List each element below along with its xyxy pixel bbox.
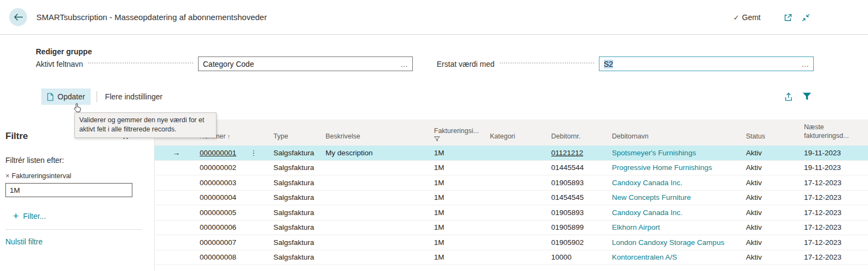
cell-nummer[interactable]: 000000007: [200, 238, 273, 247]
cell-fakturering[interactable]: 1M: [434, 209, 490, 217]
column-header-fakturering[interactable]: Faktureringsi...: [434, 127, 490, 146]
tooltip: Validerer og gemmer den nye værdi for et…: [74, 112, 216, 138]
cell-fakturering[interactable]: 1M: [434, 223, 490, 231]
cell-debitornr[interactable]: 01905893: [551, 209, 612, 217]
table-row[interactable]: →000000001⋮SalgsfakturaMy description1M0…: [155, 146, 868, 161]
cell-status[interactable]: Aktiv: [746, 149, 804, 157]
update-button-label: Opdater: [58, 92, 85, 101]
column-header-naeste[interactable]: Næste faktureringsd...: [804, 123, 868, 146]
cell-status[interactable]: Aktiv: [746, 209, 804, 217]
cell-nummer[interactable]: 000000008: [200, 253, 273, 261]
divider: [5, 229, 142, 230]
cell-type[interactable]: Salgsfaktura: [273, 163, 326, 172]
content: Filtre × Filtrér listen efter: × Fakture…: [0, 119, 868, 271]
cell-naeste[interactable]: 17-12-2023: [804, 223, 868, 231]
cell-debitornr[interactable]: 10000: [551, 253, 612, 261]
cell-status[interactable]: Aktiv: [746, 223, 804, 231]
cell-status[interactable]: Aktiv: [746, 238, 804, 247]
open-in-new-window-icon[interactable]: [783, 13, 793, 22]
reset-filters-link[interactable]: Nulstil filtre: [5, 237, 42, 246]
saved-indicator: ✓ Gemt: [733, 13, 761, 22]
filter-icon[interactable]: [802, 92, 812, 102]
filter-value: 1M: [10, 186, 20, 194]
more-options-button[interactable]: Flere indstillinger: [103, 92, 165, 101]
row-menu-icon[interactable]: ⋮: [250, 149, 257, 157]
cell-naeste[interactable]: 19-11-2023: [804, 163, 868, 172]
add-filter-button[interactable]: + Filter...: [13, 211, 46, 221]
cell-naeste[interactable]: 17-12-2023: [804, 193, 868, 201]
cell-debitornavn[interactable]: Elkhorn Airport: [612, 223, 746, 231]
cell-nummer[interactable]: 000000004: [200, 193, 273, 201]
cell-fakturering[interactable]: 1M: [434, 149, 490, 157]
column-header-debitornr[interactable]: Debitornr.: [551, 133, 612, 146]
assist-edit-icon[interactable]: …: [400, 60, 408, 68]
cell-debitornavn[interactable]: Candoxy Canada Inc.: [612, 209, 746, 217]
cell-fakturering[interactable]: 1M: [434, 193, 490, 201]
cell-debitornr[interactable]: 01121212: [551, 149, 612, 157]
cell-status[interactable]: Aktiv: [746, 163, 804, 172]
cell-nummer[interactable]: 000000005: [200, 209, 273, 217]
cell-nummer[interactable]: 000000002: [200, 163, 273, 172]
cell-nummer[interactable]: 000000001⋮: [200, 149, 273, 157]
assist-edit-icon[interactable]: …: [801, 60, 809, 68]
cell-debitornr[interactable]: 01445544: [551, 163, 612, 172]
cell-debitornavn[interactable]: Kontorcentralen A/S: [612, 253, 746, 261]
active-field-input[interactable]: Category Code …: [198, 56, 413, 71]
cell-debitornavn[interactable]: Progressive Home Furnishings: [612, 163, 746, 172]
collapse-window-icon[interactable]: [801, 13, 810, 22]
cell-status[interactable]: Aktiv: [746, 179, 804, 187]
sort-ascending-icon: ↑: [227, 133, 231, 140]
column-header-debitornavn[interactable]: Debitornavn: [612, 133, 746, 146]
table-row[interactable]: 000000006Salgsfaktura1M01905899Elkhorn A…: [155, 220, 868, 236]
table-area: Nummer↑TypeBeskrivelseFaktureringsi...Ka…: [155, 119, 868, 271]
cell-naeste[interactable]: 17-12-2023: [804, 209, 868, 217]
cell-fakturering[interactable]: 1M: [434, 179, 490, 187]
cell-fakturering[interactable]: 1M: [434, 163, 490, 172]
cell-type[interactable]: Salgsfaktura: [273, 179, 326, 187]
cell-type[interactable]: Salgsfaktura: [273, 238, 326, 247]
table-row[interactable]: 000000003Salgsfaktura1M01905893Candoxy C…: [155, 175, 868, 191]
cell-status[interactable]: Aktiv: [746, 253, 804, 261]
back-button[interactable]: [9, 8, 27, 26]
cell-naeste[interactable]: 17-12-2023: [804, 253, 868, 261]
cell-type[interactable]: Salgsfaktura: [273, 253, 326, 261]
cell-debitornr[interactable]: 01905893: [551, 179, 612, 187]
filter-value-input[interactable]: 1M: [5, 183, 132, 197]
table-row[interactable]: 000000002Salgsfaktura1M01445544Progressi…: [155, 161, 868, 176]
cell-debitornavn[interactable]: London Candoxy Storage Campus: [612, 238, 746, 247]
share-icon[interactable]: [784, 92, 793, 102]
cell-fakturering[interactable]: 1M: [434, 253, 490, 261]
cell-naeste[interactable]: 19-11-2023: [804, 149, 868, 157]
cell-debitornavn[interactable]: New Concepts Furniture: [612, 193, 746, 201]
topbar-controls: ✓ Gemt: [733, 0, 810, 35]
active-filter-name[interactable]: Faktureringsinterval: [12, 172, 72, 180]
cell-naeste[interactable]: 17-12-2023: [804, 238, 868, 247]
remove-filter-icon[interactable]: ×: [5, 172, 10, 180]
cell-type[interactable]: Salgsfaktura: [273, 149, 326, 157]
table-row[interactable]: 000000005Salgsfaktura1M01905893Candoxy C…: [155, 205, 868, 220]
column-header-status[interactable]: Status: [746, 133, 804, 146]
cell-beskrivelse[interactable]: My description: [326, 149, 434, 157]
table-row[interactable]: 000000004Salgsfaktura1M01454545New Conce…: [155, 191, 868, 206]
column-header-beskrivelse[interactable]: Beskrivelse: [326, 133, 434, 146]
cell-debitornr[interactable]: 01905899: [551, 223, 612, 231]
column-header-kategori[interactable]: Kategori: [490, 133, 551, 146]
replace-value-input[interactable]: S2 …: [599, 56, 814, 71]
cell-debitornavn[interactable]: Spotsmeyer's Furnishings: [612, 149, 746, 157]
cell-debitornr[interactable]: 01905902: [551, 238, 612, 247]
cell-type[interactable]: Salgsfaktura: [273, 223, 326, 231]
cell-type[interactable]: Salgsfaktura: [273, 193, 326, 201]
cell-debitornr[interactable]: 01454545: [551, 193, 612, 201]
row-select-cell[interactable]: →: [155, 148, 200, 157]
table-row[interactable]: 000000008Salgsfaktura1M10000Kontorcentra…: [155, 250, 868, 266]
cell-debitornavn[interactable]: Candoxy Canada Inc.: [612, 179, 746, 187]
table-row[interactable]: 000000007Salgsfaktura1M01905902London Ca…: [155, 235, 868, 250]
column-header-type[interactable]: Type: [273, 133, 326, 146]
update-button[interactable]: Opdater: [41, 89, 91, 105]
cell-fakturering[interactable]: 1M: [434, 238, 490, 247]
cell-status[interactable]: Aktiv: [746, 193, 804, 201]
cell-nummer[interactable]: 000000006: [200, 223, 273, 231]
cell-nummer[interactable]: 000000003: [200, 179, 273, 187]
cell-type[interactable]: Salgsfaktura: [273, 209, 326, 217]
cell-naeste[interactable]: 17-12-2023: [804, 179, 868, 187]
